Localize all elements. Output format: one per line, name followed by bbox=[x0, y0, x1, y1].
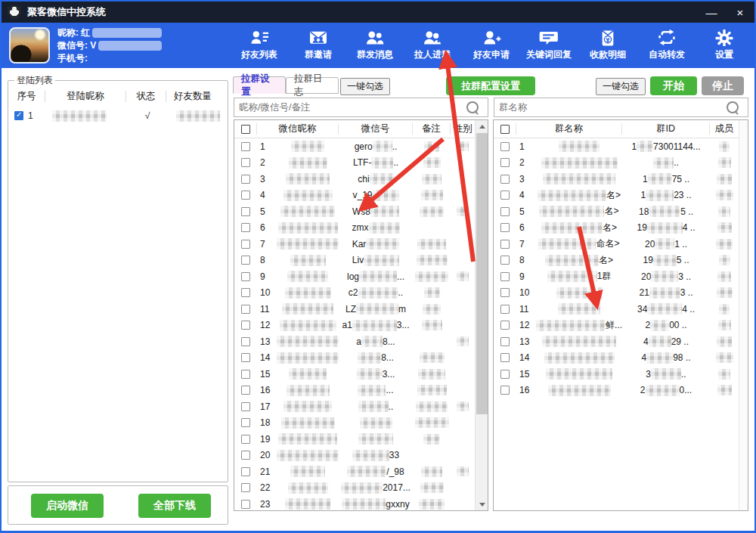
group-row[interactable]: 5名>185 .. bbox=[494, 203, 748, 220]
friend-row[interactable]: 1gero.. bbox=[234, 138, 488, 155]
group-config-button[interactable]: 拉群配置设置 bbox=[446, 76, 535, 95]
group-row[interactable]: 10213 .. bbox=[494, 285, 748, 302]
friend-row[interactable]: 222017... bbox=[234, 480, 488, 497]
friend-row-checkbox[interactable] bbox=[241, 321, 250, 330]
select-all-left-button[interactable]: 一键勾选 bbox=[340, 78, 390, 95]
tab-pull-group-settings[interactable]: 拉群设置 bbox=[233, 76, 286, 94]
toolbar-item-friends-list[interactable]: 好友列表 bbox=[231, 27, 288, 61]
friend-row[interactable]: 153... bbox=[234, 366, 488, 383]
groups-select-all-checkbox[interactable] bbox=[500, 125, 510, 134]
friend-row[interactable]: 5Ws8 bbox=[234, 203, 488, 220]
group-row[interactable]: 2.. bbox=[494, 155, 748, 172]
friend-row-checkbox[interactable] bbox=[241, 240, 250, 249]
friend-row-checkbox[interactable] bbox=[241, 175, 250, 184]
friend-row-checkbox[interactable] bbox=[241, 370, 250, 379]
group-row-checkbox[interactable] bbox=[500, 191, 510, 200]
scroll-up-arrow[interactable] bbox=[476, 120, 488, 132]
group-row-checkbox[interactable] bbox=[500, 288, 510, 297]
friend-row-checkbox[interactable] bbox=[241, 223, 250, 232]
group-row-checkbox[interactable] bbox=[500, 353, 510, 362]
friend-row-checkbox[interactable] bbox=[241, 272, 250, 281]
friend-row-checkbox[interactable] bbox=[241, 191, 250, 200]
group-row[interactable]: 4名>123 .. bbox=[494, 187, 748, 204]
start-wechat-button[interactable]: 启动微信 bbox=[31, 494, 104, 518]
all-offline-button[interactable]: 全部下线 bbox=[138, 494, 211, 518]
friend-row[interactable]: 23gxxny bbox=[234, 496, 488, 511]
friend-row[interactable]: 8Liv bbox=[234, 253, 488, 269]
toolbar-item-payment-detail[interactable]: 收款明细 bbox=[579, 27, 637, 61]
group-row-checkbox[interactable] bbox=[500, 305, 510, 314]
friend-row[interactable]: 4v_19 bbox=[234, 187, 488, 204]
friend-row-checkbox[interactable] bbox=[241, 207, 250, 216]
toolbar-item-auto-forward[interactable]: 自动转发 bbox=[638, 27, 696, 61]
toolbar-item-friend-request[interactable]: 好友申请 bbox=[463, 27, 520, 61]
login-row-checkbox[interactable] bbox=[14, 111, 23, 120]
friend-row-checkbox[interactable] bbox=[241, 142, 250, 151]
friends-select-all-checkbox[interactable] bbox=[241, 125, 250, 134]
group-row[interactable]: 3175 .. bbox=[494, 171, 748, 187]
toolbar-item-group-message[interactable]: 群发消息 bbox=[346, 27, 404, 61]
friend-row[interactable]: 2LTF-.. bbox=[234, 155, 488, 172]
friend-row[interactable]: 9log... bbox=[234, 268, 488, 285]
group-row-checkbox[interactable] bbox=[500, 207, 510, 216]
stop-button[interactable]: 停止 bbox=[702, 76, 744, 95]
group-row[interactable]: 91群203 .. bbox=[494, 268, 748, 285]
friend-row[interactable]: 7Kar bbox=[234, 236, 488, 253]
friend-row[interactable]: 19 bbox=[234, 431, 488, 448]
tab-pull-group-log[interactable]: 拉群日志 bbox=[286, 77, 339, 94]
friend-row-checkbox[interactable] bbox=[241, 353, 250, 362]
user-avatar[interactable] bbox=[9, 27, 50, 64]
group-row[interactable]: 13429 .. bbox=[494, 333, 748, 350]
group-row[interactable]: 1173001144... bbox=[494, 138, 748, 155]
friend-row[interactable]: 148... bbox=[234, 350, 488, 367]
group-row-checkbox[interactable] bbox=[500, 337, 510, 346]
group-row[interactable]: 14498 .. bbox=[494, 350, 748, 367]
toolbar-item-settings[interactable]: 设置 bbox=[696, 27, 753, 61]
friend-row-checkbox[interactable] bbox=[241, 483, 250, 492]
friend-row[interactable]: 18 bbox=[234, 415, 488, 432]
start-button[interactable]: 开始 bbox=[650, 76, 697, 95]
friend-row-checkbox[interactable] bbox=[241, 337, 250, 346]
friend-row-checkbox[interactable] bbox=[241, 451, 250, 460]
group-row-checkbox[interactable] bbox=[500, 175, 510, 184]
group-row-checkbox[interactable] bbox=[500, 256, 510, 265]
friend-row-checkbox[interactable] bbox=[241, 305, 250, 314]
friend-row[interactable]: 10c2.. bbox=[234, 285, 488, 302]
friend-row[interactable]: 16... bbox=[234, 383, 488, 399]
friend-row-checkbox[interactable] bbox=[241, 467, 250, 476]
friend-row[interactable]: 11LZm bbox=[234, 301, 488, 318]
group-row[interactable]: 153.. bbox=[494, 366, 748, 383]
group-row-checkbox[interactable] bbox=[500, 272, 510, 281]
group-row-checkbox[interactable] bbox=[500, 158, 510, 167]
group-search-input[interactable] bbox=[494, 101, 727, 113]
group-row-checkbox[interactable] bbox=[500, 321, 510, 330]
select-all-right-button[interactable]: 一键勾选 bbox=[596, 78, 646, 95]
group-row-checkbox[interactable] bbox=[500, 240, 510, 249]
group-row[interactable]: 8名>195 .. bbox=[494, 253, 748, 269]
scrollbar-thumb[interactable] bbox=[476, 133, 488, 414]
friend-row[interactable]: 2033 bbox=[234, 448, 488, 464]
friend-row-checkbox[interactable] bbox=[241, 288, 250, 297]
group-row[interactable]: 12鲜...200 .. bbox=[494, 318, 748, 334]
scroll-down-arrow[interactable] bbox=[476, 498, 488, 510]
minimize-button[interactable]: — bbox=[699, 2, 724, 23]
friend-row-checkbox[interactable] bbox=[241, 386, 250, 395]
toolbar-item-pull-into-group[interactable]: 拉人进群 bbox=[404, 27, 461, 61]
friend-row-checkbox[interactable] bbox=[241, 500, 250, 509]
friend-row[interactable]: 3chi bbox=[234, 171, 488, 187]
group-row-checkbox[interactable] bbox=[500, 370, 510, 379]
toolbar-item-keyword-reply[interactable]: 关键词回复 bbox=[520, 27, 578, 61]
friend-row[interactable]: 12a13... bbox=[234, 318, 488, 334]
group-row-checkbox[interactable] bbox=[500, 223, 510, 232]
search-icon[interactable] bbox=[466, 101, 479, 113]
friend-row-checkbox[interactable] bbox=[241, 435, 250, 444]
friend-row[interactable]: 6zmx bbox=[234, 220, 488, 237]
toolbar-item-group-invite[interactable]: 群邀请 bbox=[290, 27, 347, 61]
group-row-checkbox[interactable] bbox=[500, 142, 510, 151]
group-row-checkbox[interactable] bbox=[500, 386, 510, 395]
search-icon[interactable] bbox=[727, 101, 739, 113]
group-row[interactable]: 1620... bbox=[494, 383, 748, 399]
friend-row[interactable]: 17.. bbox=[234, 398, 488, 415]
friend-search-input[interactable] bbox=[234, 101, 466, 113]
group-row[interactable]: 6名>194 .. bbox=[494, 220, 748, 237]
